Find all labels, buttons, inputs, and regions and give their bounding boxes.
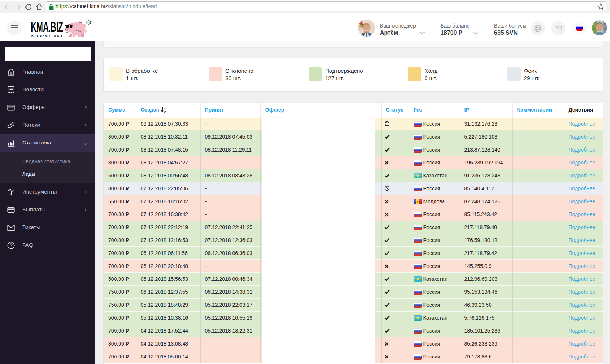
svg-text:R: R (88, 21, 90, 24)
svg-text:A: A (164, 110, 166, 113)
